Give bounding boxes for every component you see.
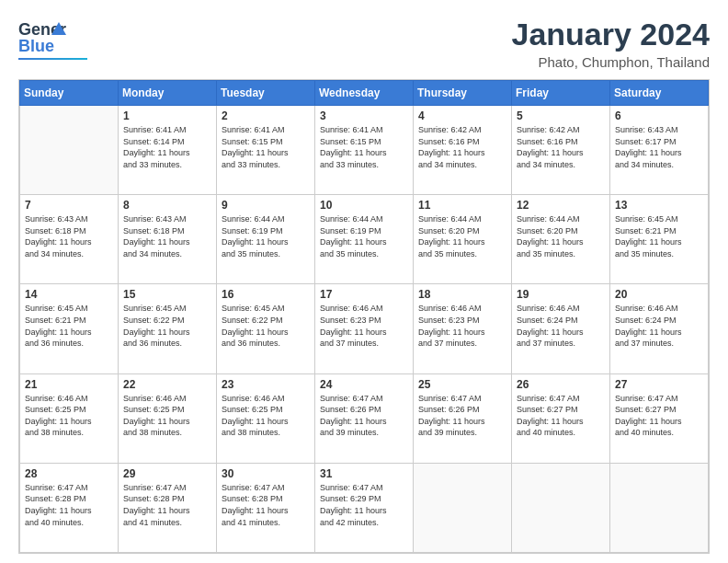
calendar-cell: 26Sunrise: 6:47 AM Sunset: 6:27 PM Dayli… xyxy=(512,373,610,463)
main-title: January 2024 xyxy=(512,17,711,52)
calendar-cell: 28Sunrise: 6:47 AM Sunset: 6:28 PM Dayli… xyxy=(20,463,119,552)
day-number: 26 xyxy=(517,378,605,391)
day-info: Sunrise: 6:43 AM Sunset: 6:17 PM Dayligh… xyxy=(615,124,703,170)
day-info: Sunrise: 6:44 AM Sunset: 6:19 PM Dayligh… xyxy=(222,213,310,259)
calendar-week-3: 14Sunrise: 6:45 AM Sunset: 6:21 PM Dayli… xyxy=(20,284,709,373)
day-header-saturday: Saturday xyxy=(610,81,709,106)
day-number: 30 xyxy=(222,467,310,480)
day-number: 24 xyxy=(320,378,408,391)
day-header-thursday: Thursday xyxy=(414,81,512,106)
calendar-cell: 12Sunrise: 6:44 AM Sunset: 6:20 PM Dayli… xyxy=(512,195,610,284)
calendar-cell: 29Sunrise: 6:47 AM Sunset: 6:28 PM Dayli… xyxy=(119,463,217,552)
day-number: 9 xyxy=(222,199,310,212)
day-info: Sunrise: 6:45 AM Sunset: 6:22 PM Dayligh… xyxy=(123,303,211,349)
calendar-cell: 11Sunrise: 6:44 AM Sunset: 6:20 PM Dayli… xyxy=(414,195,512,284)
day-number: 1 xyxy=(123,109,211,122)
calendar-cell: 6Sunrise: 6:43 AM Sunset: 6:17 PM Daylig… xyxy=(610,106,709,195)
day-info: Sunrise: 6:47 AM Sunset: 6:27 PM Dayligh… xyxy=(615,393,703,439)
day-number: 19 xyxy=(517,288,605,301)
day-number: 14 xyxy=(25,288,113,301)
day-header-monday: Monday xyxy=(119,81,217,106)
calendar-cell: 7Sunrise: 6:43 AM Sunset: 6:18 PM Daylig… xyxy=(20,195,119,284)
day-number: 11 xyxy=(418,199,506,212)
calendar-cell: 24Sunrise: 6:47 AM Sunset: 6:26 PM Dayli… xyxy=(315,373,414,463)
day-number: 22 xyxy=(123,378,211,391)
day-header-sunday: Sunday xyxy=(20,81,119,106)
day-info: Sunrise: 6:44 AM Sunset: 6:19 PM Dayligh… xyxy=(320,213,408,259)
day-info: Sunrise: 6:47 AM Sunset: 6:29 PM Dayligh… xyxy=(320,482,408,528)
calendar-week-2: 7Sunrise: 6:43 AM Sunset: 6:18 PM Daylig… xyxy=(20,195,709,284)
day-info: Sunrise: 6:47 AM Sunset: 6:26 PM Dayligh… xyxy=(418,393,506,439)
day-number: 31 xyxy=(320,467,408,480)
title-section: January 2024 Phato, Chumphon, Thailand xyxy=(512,17,711,70)
day-info: Sunrise: 6:41 AM Sunset: 6:15 PM Dayligh… xyxy=(222,124,310,170)
calendar-cell: 17Sunrise: 6:46 AM Sunset: 6:23 PM Dayli… xyxy=(315,284,414,373)
day-number: 15 xyxy=(123,288,211,301)
day-number: 21 xyxy=(25,378,113,391)
day-info: Sunrise: 6:47 AM Sunset: 6:28 PM Dayligh… xyxy=(25,482,113,528)
calendar-cell: 27Sunrise: 6:47 AM Sunset: 6:27 PM Dayli… xyxy=(610,373,709,463)
day-info: Sunrise: 6:43 AM Sunset: 6:18 PM Dayligh… xyxy=(123,213,211,259)
calendar-cell: 25Sunrise: 6:47 AM Sunset: 6:26 PM Dayli… xyxy=(414,373,512,463)
calendar-cell xyxy=(610,463,709,552)
logo-icon: General Blue xyxy=(18,17,66,57)
day-info: Sunrise: 6:47 AM Sunset: 6:26 PM Dayligh… xyxy=(320,393,408,439)
day-header-wednesday: Wednesday xyxy=(315,81,414,106)
day-info: Sunrise: 6:46 AM Sunset: 6:24 PM Dayligh… xyxy=(517,303,605,349)
calendar-cell: 3Sunrise: 6:41 AM Sunset: 6:15 PM Daylig… xyxy=(315,106,414,195)
calendar-cell: 14Sunrise: 6:45 AM Sunset: 6:21 PM Dayli… xyxy=(20,284,119,373)
day-number: 28 xyxy=(25,467,113,480)
calendar-cell: 2Sunrise: 6:41 AM Sunset: 6:15 PM Daylig… xyxy=(217,106,315,195)
svg-text:Blue: Blue xyxy=(18,37,54,55)
day-info: Sunrise: 6:46 AM Sunset: 6:23 PM Dayligh… xyxy=(418,303,506,349)
day-number: 27 xyxy=(615,378,703,391)
calendar-cell: 16Sunrise: 6:45 AM Sunset: 6:22 PM Dayli… xyxy=(217,284,315,373)
day-number: 12 xyxy=(517,199,605,212)
calendar-cell: 18Sunrise: 6:46 AM Sunset: 6:23 PM Dayli… xyxy=(414,284,512,373)
day-info: Sunrise: 6:44 AM Sunset: 6:20 PM Dayligh… xyxy=(418,213,506,259)
subtitle: Phato, Chumphon, Thailand xyxy=(512,54,711,70)
calendar-cell: 19Sunrise: 6:46 AM Sunset: 6:24 PM Dayli… xyxy=(512,284,610,373)
calendar-cell: 4Sunrise: 6:42 AM Sunset: 6:16 PM Daylig… xyxy=(414,106,512,195)
calendar-cell: 22Sunrise: 6:46 AM Sunset: 6:25 PM Dayli… xyxy=(119,373,217,463)
day-info: Sunrise: 6:43 AM Sunset: 6:18 PM Dayligh… xyxy=(25,213,113,259)
day-header-friday: Friday xyxy=(512,81,610,106)
day-info: Sunrise: 6:42 AM Sunset: 6:16 PM Dayligh… xyxy=(517,124,605,170)
calendar-cell: 5Sunrise: 6:42 AM Sunset: 6:16 PM Daylig… xyxy=(512,106,610,195)
day-number: 25 xyxy=(418,378,506,391)
day-number: 29 xyxy=(123,467,211,480)
day-info: Sunrise: 6:41 AM Sunset: 6:15 PM Dayligh… xyxy=(320,124,408,170)
day-header-tuesday: Tuesday xyxy=(217,81,315,106)
header: General Blue January 2024 Phato, Chumpho… xyxy=(18,17,710,70)
calendar-week-4: 21Sunrise: 6:46 AM Sunset: 6:25 PM Dayli… xyxy=(20,373,709,463)
day-number: 3 xyxy=(320,109,408,122)
calendar-cell: 21Sunrise: 6:46 AM Sunset: 6:25 PM Dayli… xyxy=(20,373,119,463)
day-number: 2 xyxy=(222,109,310,122)
day-number: 8 xyxy=(123,199,211,212)
calendar-cell: 10Sunrise: 6:44 AM Sunset: 6:19 PM Dayli… xyxy=(315,195,414,284)
day-number: 7 xyxy=(25,199,113,212)
calendar-cell xyxy=(20,106,119,195)
day-info: Sunrise: 6:44 AM Sunset: 6:20 PM Dayligh… xyxy=(517,213,605,259)
calendar-cell: 30Sunrise: 6:47 AM Sunset: 6:28 PM Dayli… xyxy=(217,463,315,552)
calendar-cell xyxy=(512,463,610,552)
calendar: SundayMondayTuesdayWednesdayThursdayFrid… xyxy=(18,79,710,554)
day-number: 16 xyxy=(222,288,310,301)
page: General Blue January 2024 Phato, Chumpho… xyxy=(0,0,728,563)
day-info: Sunrise: 6:46 AM Sunset: 6:25 PM Dayligh… xyxy=(25,393,113,439)
calendar-week-1: 1Sunrise: 6:41 AM Sunset: 6:14 PM Daylig… xyxy=(20,106,709,195)
calendar-cell: 1Sunrise: 6:41 AM Sunset: 6:14 PM Daylig… xyxy=(119,106,217,195)
day-info: Sunrise: 6:46 AM Sunset: 6:24 PM Dayligh… xyxy=(615,303,703,349)
day-info: Sunrise: 6:41 AM Sunset: 6:14 PM Dayligh… xyxy=(123,124,211,170)
day-info: Sunrise: 6:46 AM Sunset: 6:25 PM Dayligh… xyxy=(123,393,211,439)
day-info: Sunrise: 6:42 AM Sunset: 6:16 PM Dayligh… xyxy=(418,124,506,170)
calendar-cell xyxy=(414,463,512,552)
calendar-cell: 13Sunrise: 6:45 AM Sunset: 6:21 PM Dayli… xyxy=(610,195,709,284)
calendar-cell: 15Sunrise: 6:45 AM Sunset: 6:22 PM Dayli… xyxy=(119,284,217,373)
day-number: 6 xyxy=(615,109,703,122)
day-number: 13 xyxy=(615,199,703,212)
calendar-week-5: 28Sunrise: 6:47 AM Sunset: 6:28 PM Dayli… xyxy=(20,463,709,552)
day-number: 18 xyxy=(418,288,506,301)
day-info: Sunrise: 6:47 AM Sunset: 6:28 PM Dayligh… xyxy=(123,482,211,528)
day-info: Sunrise: 6:47 AM Sunset: 6:28 PM Dayligh… xyxy=(222,482,310,528)
